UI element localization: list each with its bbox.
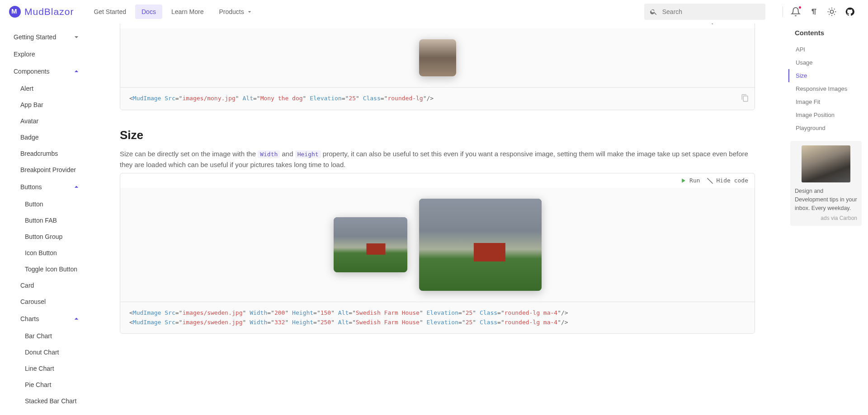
toc-item[interactable]: Size — [788, 69, 862, 82]
run-button[interactable]: Run — [679, 177, 700, 184]
ad-text: Design and Development tips in your inbo… — [795, 187, 857, 212]
nav-learn-more[interactable]: Learn More — [165, 5, 210, 19]
hide-code-button[interactable]: Hide code — [707, 177, 748, 184]
sidebar-card[interactable]: Card — [0, 277, 88, 294]
sidebar-item[interactable]: Donut Chart — [0, 344, 88, 360]
sidebar-item[interactable]: Button Group — [0, 228, 88, 245]
toc-item[interactable]: Image Fit — [788, 95, 862, 108]
sidebar-item[interactable]: Alert — [0, 80, 88, 97]
search-input[interactable] — [662, 8, 760, 15]
copy-code-button[interactable] — [741, 94, 749, 105]
chevron-down-icon — [246, 8, 253, 15]
sidebar-item[interactable]: Avatar — [0, 113, 88, 129]
copy-icon — [741, 94, 749, 102]
separator — [783, 6, 783, 17]
chevron-up-icon — [72, 314, 81, 323]
toc-title: Contents — [788, 29, 862, 37]
table-of-contents: Contents APIUsageSizeResponsive ImagesIm… — [788, 23, 868, 235]
code-off-icon — [707, 177, 714, 184]
code-block-1: <MudImage Src="images/mony.jpg" Alt="Mon… — [120, 87, 755, 110]
sidebar-charts[interactable]: Charts — [0, 310, 88, 328]
chevron-up-icon — [72, 67, 81, 76]
sidebar-item[interactable]: Badge — [0, 129, 88, 145]
sidebar-getting-started[interactable]: Getting Started — [0, 28, 88, 46]
github-icon — [845, 7, 855, 17]
example-usage: Run Hide code <MudImage Src="images/mony… — [120, 14, 755, 110]
sidebar-item[interactable]: Icon Button — [0, 245, 88, 261]
text-direction-button[interactable] — [805, 3, 823, 21]
search-box[interactable] — [644, 4, 765, 20]
sidebar-item[interactable]: Breadcrumbs — [0, 145, 88, 162]
sidebar-buttons[interactable]: Buttons — [0, 178, 88, 196]
sidebar-components[interactable]: Components — [0, 62, 88, 80]
sidebar-item[interactable]: Breakpoint Provider — [0, 162, 88, 178]
sidebar-item[interactable]: Button FAB — [0, 212, 88, 228]
height-code: Height — [295, 150, 321, 158]
notification-badge — [798, 5, 802, 9]
ad-attribution: ads via Carbon — [795, 215, 857, 221]
toc-item[interactable]: API — [788, 43, 862, 56]
ad-image — [802, 145, 850, 182]
github-button[interactable] — [841, 3, 859, 21]
ad-box[interactable]: Design and Development tips in your inbo… — [790, 141, 862, 226]
main-content: The component represent the <img> tag an… — [88, 0, 787, 361]
nav-products[interactable]: Products — [212, 5, 259, 19]
pilcrow-icon — [809, 7, 819, 17]
sidebar-item[interactable]: Bar Chart — [0, 328, 88, 344]
size-description: Size can be directly set on the image wi… — [120, 149, 755, 170]
theme-toggle-button[interactable] — [823, 3, 841, 21]
toc-item[interactable]: Responsive Images — [788, 82, 862, 95]
brand-text: MudBlazor — [24, 6, 74, 17]
search-icon — [650, 7, 658, 16]
play-icon — [679, 177, 687, 184]
sidebar-explore[interactable]: Explore — [0, 46, 88, 62]
width-code: Width — [258, 150, 280, 158]
nav-get-started[interactable]: Get Started — [87, 5, 132, 19]
sidebar-item[interactable]: Line Chart — [0, 360, 88, 361]
nav-docs[interactable]: Docs — [135, 5, 162, 19]
notifications-button[interactable] — [787, 3, 805, 21]
code-block-2: <MudImage Src="images/sweden.jpg" Width=… — [120, 302, 755, 334]
example-image-sweden-large — [419, 199, 542, 291]
sidebar: Getting Started Explore Components Alert… — [0, 23, 88, 361]
sidebar-item[interactable]: Toggle Icon Button — [0, 261, 88, 277]
sidebar-item[interactable]: App Bar — [0, 97, 88, 113]
toc-item[interactable]: Usage — [788, 56, 862, 69]
brand-logo[interactable]: MudBlazor — [9, 6, 74, 18]
logo-icon — [9, 6, 21, 18]
chevron-down-icon — [72, 33, 81, 42]
sun-icon — [827, 7, 837, 17]
sidebar-carousel[interactable]: Carousel — [0, 294, 88, 310]
example-image-sweden-small — [334, 217, 407, 272]
example-image-dog — [419, 39, 456, 76]
example-size: Run Hide code <MudImage Src="images/swed… — [120, 173, 755, 334]
nav-products-label: Products — [219, 8, 244, 15]
toc-item[interactable]: Playground — [788, 121, 862, 135]
size-heading: Size — [120, 128, 755, 142]
chevron-up-icon — [72, 182, 81, 191]
svg-point-0 — [830, 10, 833, 13]
sidebar-item[interactable]: Button — [0, 196, 88, 212]
toc-item[interactable]: Image Position — [788, 108, 862, 121]
